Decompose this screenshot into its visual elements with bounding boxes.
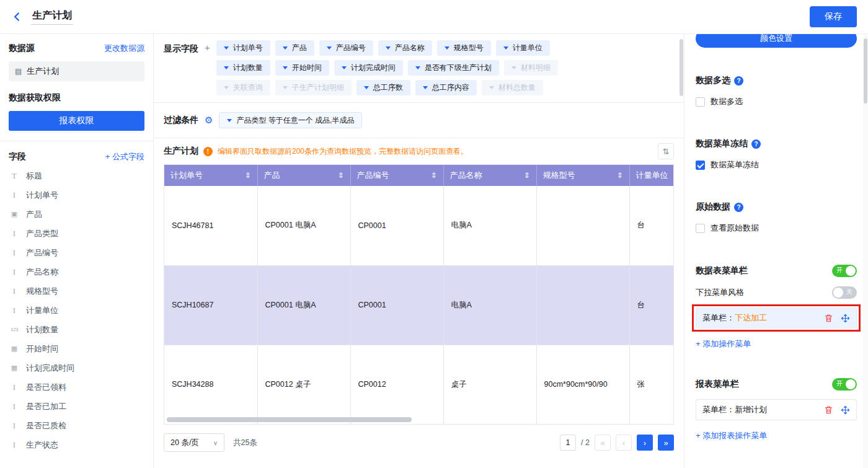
field-item-finish-time[interactable]: ▦计划完成时间 xyxy=(9,358,144,377)
cell: CP0001 电脑A xyxy=(257,265,350,345)
field-item-processed[interactable]: I是否已加工 xyxy=(9,397,144,416)
filter-condition-tag[interactable]: 产品类型 等于任意一个 成品,半成品 xyxy=(219,112,362,128)
field-item-unit[interactable]: I计量单位 xyxy=(9,301,144,320)
save-button[interactable]: 保存 xyxy=(810,6,857,27)
field-tag-disabled[interactable]: 材料明细 xyxy=(504,60,558,76)
field-tag-disabled[interactable]: 关联查询 xyxy=(216,80,270,95)
field-item-title[interactable]: T标题 xyxy=(9,166,144,185)
field-tag[interactable]: 计划数量 xyxy=(216,60,270,76)
sort-icon[interactable]: ⇕ xyxy=(523,171,529,180)
multi-select-checkbox-row[interactable]: 数据多选 xyxy=(696,96,857,107)
field-tag[interactable]: 总工序数 xyxy=(356,80,410,95)
prev-page-button[interactable]: ‹ xyxy=(616,435,632,451)
panel-scrollbar[interactable] xyxy=(680,39,683,96)
field-item-production-status[interactable]: I生产状态 xyxy=(9,435,144,454)
raw-data-checkbox-row[interactable]: 查看原始数据 xyxy=(696,223,857,234)
field-label: 生产状态 xyxy=(26,439,58,451)
field-tag[interactable]: 开始时间 xyxy=(275,60,329,76)
sort-icon[interactable]: ⇕ xyxy=(337,171,343,180)
gear-icon[interactable]: ⚙ xyxy=(205,115,213,126)
cell: CP0012 桌子 xyxy=(257,345,350,424)
column-header[interactable]: 计划单号⇕ xyxy=(164,165,257,186)
field-tag-disabled[interactable]: 子生产计划明细 xyxy=(275,80,352,95)
checkbox-checked[interactable] xyxy=(696,161,705,170)
table-menu-item[interactable]: 菜单栏： 下达加工 xyxy=(696,307,857,329)
move-icon[interactable] xyxy=(841,405,850,415)
change-datasource-link[interactable]: 更改数据源 xyxy=(104,43,144,54)
field-item-material-received[interactable]: I是否已领料 xyxy=(9,377,144,397)
text-field-icon: I xyxy=(9,267,20,277)
chevron-down-icon xyxy=(489,86,494,89)
field-tag-label: 产品名称 xyxy=(395,43,425,53)
field-tag-label: 总工序数 xyxy=(373,82,403,93)
menu-item-value: 新增计划 xyxy=(735,404,767,415)
field-tag[interactable]: 计划单号 xyxy=(216,40,270,56)
chevron-down-icon: ∨ xyxy=(213,439,218,446)
add-report-menu-link[interactable]: + 添加报表操作菜单 xyxy=(696,430,767,441)
field-item-product-code[interactable]: I产品编号 xyxy=(9,243,144,262)
column-header[interactable]: 产品编号⇕ xyxy=(350,165,443,186)
sort-icon[interactable]: ⇕ xyxy=(430,171,436,180)
divider xyxy=(0,141,153,141)
table-row[interactable]: SCJH46781 CP0001 电脑A CP0001 电脑A 台 xyxy=(164,186,674,265)
menu-freeze-checkbox-row[interactable]: 数据菜单冻结 xyxy=(696,159,857,170)
table-row[interactable]: SCJH34288 CP0012 桌子 CP0012 桌子 90cm*90cm*… xyxy=(164,345,674,424)
sort-icon[interactable]: ⇕ xyxy=(244,171,250,180)
column-header[interactable]: 规格型号⇕ xyxy=(536,165,629,186)
field-tag[interactable]: 计量单位 xyxy=(496,40,550,56)
toggle-knob xyxy=(833,288,843,298)
text-field-icon: I xyxy=(9,421,20,431)
first-page-button[interactable]: « xyxy=(595,435,611,451)
help-icon[interactable]: ? xyxy=(734,76,743,86)
report-menu-item[interactable]: 菜单栏： 新增计划 xyxy=(696,399,857,420)
field-tag-disabled[interactable]: 材料总数量 xyxy=(482,80,543,95)
page-size-value: 20 条/页 xyxy=(170,438,199,448)
page-size-select[interactable]: 20 条/页 ∨ xyxy=(164,433,224,452)
back-icon[interactable] xyxy=(11,11,22,22)
current-page-input[interactable]: 1 xyxy=(560,435,576,451)
checkbox-label: 查看原始数据 xyxy=(711,223,759,234)
field-item-plan-qty[interactable]: 123计划数量 xyxy=(9,320,144,339)
color-settings-button[interactable]: 颜色设置 xyxy=(696,34,857,48)
trash-icon[interactable] xyxy=(824,405,833,415)
datasource-item[interactable]: ▤ 生产计划 xyxy=(9,61,144,81)
field-tag[interactable]: 是否有下级生产计划 xyxy=(408,60,499,76)
next-page-button[interactable]: › xyxy=(637,435,653,451)
checkbox-unchecked[interactable] xyxy=(696,224,705,233)
field-item-spec[interactable]: I规格型号 xyxy=(9,281,144,301)
field-tag[interactable]: 产品编号 xyxy=(319,40,373,56)
field-item-product[interactable]: ▣产品 xyxy=(9,205,144,224)
field-tag[interactable]: 总工序内容 xyxy=(415,80,477,95)
field-tag[interactable]: 产品名称 xyxy=(378,40,432,56)
field-item-inspected[interactable]: I是否已质检 xyxy=(9,416,144,435)
table-sort-button[interactable]: ⇅ xyxy=(658,143,674,159)
last-page-button[interactable]: » xyxy=(658,435,674,451)
add-operation-menu-link[interactable]: + 添加操作菜单 xyxy=(696,338,751,350)
report-menu-toggle-on[interactable]: 开 xyxy=(832,378,857,391)
field-tag[interactable]: 产品 xyxy=(275,40,314,56)
field-item-product-type[interactable]: I产品类型 xyxy=(9,224,144,243)
column-header[interactable]: 产品⇕ xyxy=(257,165,350,186)
table-row-selected[interactable]: SCJH10687 CP0001 电脑A CP0001 电脑A 台 xyxy=(164,265,674,345)
dropdown-style-toggle-off[interactable]: 关 xyxy=(832,286,857,299)
trash-icon[interactable] xyxy=(824,314,833,323)
field-item-start-time[interactable]: ▦开始时间 xyxy=(9,339,144,358)
help-icon[interactable]: ? xyxy=(751,139,761,149)
field-item-plan-no[interactable]: I计划单号 xyxy=(9,185,144,205)
help-icon[interactable]: ? xyxy=(734,203,743,212)
add-field-button[interactable]: + xyxy=(205,40,210,100)
cell: 桌子 xyxy=(443,345,536,424)
field-tag[interactable]: 规格型号 xyxy=(437,40,491,56)
sort-icon[interactable]: ⇕ xyxy=(616,171,622,180)
checkbox-unchecked[interactable] xyxy=(696,97,705,107)
field-item-product-name[interactable]: I产品名称 xyxy=(9,262,144,281)
move-icon[interactable] xyxy=(841,314,850,323)
column-header[interactable]: 计量单位⇕ xyxy=(629,165,674,186)
table-menu-toggle-on[interactable]: 开 xyxy=(832,265,857,277)
field-tag[interactable]: 计划完成时间 xyxy=(334,60,403,76)
page-scrollbar-thumb[interactable] xyxy=(864,38,867,104)
horizontal-scrollbar[interactable] xyxy=(167,417,412,422)
column-header[interactable]: 产品名称⇕ xyxy=(443,165,536,186)
report-permission-button[interactable]: 报表权限 xyxy=(9,111,144,131)
add-formula-field-link[interactable]: + 公式字段 xyxy=(105,151,144,162)
